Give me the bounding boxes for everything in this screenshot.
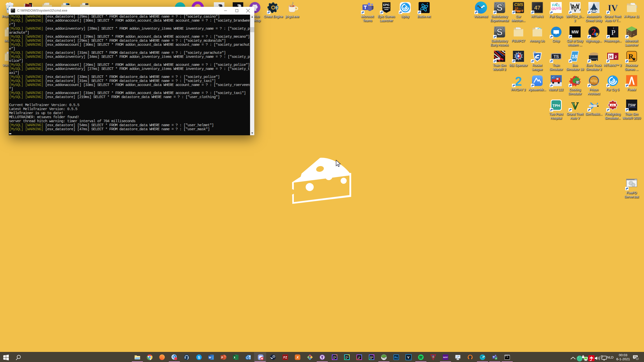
- svg-text:Ps: Ps: [394, 356, 398, 359]
- svg-text:EPIC: EPIC: [383, 3, 390, 6]
- svg-text:V: V: [572, 100, 579, 111]
- svg-text:2: 2: [615, 55, 617, 59]
- svg-text:P: P: [221, 356, 223, 359]
- svg-text:GAMES: GAMES: [383, 7, 390, 9]
- svg-text:V: V: [407, 355, 410, 359]
- svg-text:PC: PC: [345, 356, 348, 358]
- svg-text:TSW: TSW: [628, 103, 636, 107]
- svg-text:S: S: [198, 355, 200, 359]
- svg-text:CS: CS: [576, 81, 580, 84]
- svg-text:12: 12: [636, 357, 638, 360]
- svg-text:47: 47: [534, 5, 540, 11]
- svg-text:R: R: [628, 53, 633, 60]
- svg-text:S: S: [497, 3, 503, 13]
- svg-text:P: P: [611, 28, 616, 36]
- svg-text:PS: PS: [333, 356, 336, 358]
- svg-text:H: H: [609, 54, 612, 59]
- svg-text:2: 2: [579, 8, 581, 11]
- svg-text:S: S: [497, 27, 503, 37]
- svg-text:17: 17: [410, 358, 411, 360]
- svg-text:18: 18: [572, 54, 577, 59]
- svg-text:-FS-: -FS-: [611, 104, 615, 107]
- svg-text:C:\: C:\: [505, 356, 508, 358]
- svg-text:X: X: [296, 355, 299, 359]
- svg-text:X: X: [234, 356, 235, 359]
- svg-text:FZ: FZ: [284, 356, 287, 359]
- svg-text:HS: HS: [382, 356, 385, 359]
- svg-text:W: W: [209, 356, 211, 359]
- svg-text:NZXT: NZXT: [443, 356, 448, 358]
- svg-text:IJ: IJ: [358, 356, 360, 358]
- svg-text:2: 2: [515, 75, 522, 87]
- svg-text:GUYS: GUYS: [551, 6, 561, 11]
- svg-text:C:\: C:\: [11, 10, 15, 12]
- svg-text:DG: DG: [370, 356, 373, 358]
- svg-text:TS: TS: [553, 54, 559, 59]
- svg-text:MW: MW: [572, 30, 579, 34]
- svg-text:TPH: TPH: [552, 103, 560, 108]
